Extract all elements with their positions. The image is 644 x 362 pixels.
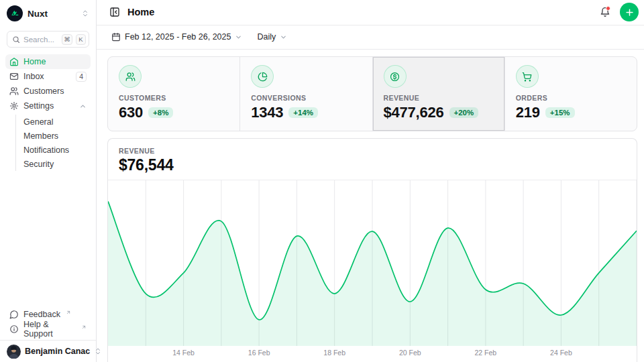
- stat-delta-badge: +14%: [288, 107, 318, 118]
- help-support-link[interactable]: Help & Support: [5, 322, 91, 337]
- sidebar-subitem-members[interactable]: Members: [23, 129, 91, 143]
- period-select[interactable]: Daily: [253, 29, 291, 44]
- chevron-down-icon: [235, 34, 242, 41]
- sidebar-item-inbox[interactable]: Inbox 4: [5, 69, 91, 84]
- external-link-icon: [66, 310, 71, 315]
- main-panel: Home Feb 12, 2025 - Feb 26, 2025 Daily: [97, 0, 644, 362]
- sidebar-item-home[interactable]: Home: [5, 54, 91, 69]
- stat-label: CONVERSIONS: [251, 94, 361, 102]
- filter-toolbar: Feb 12, 2025 - Feb 26, 2025 Daily: [97, 25, 644, 50]
- shopping-cart-icon: [516, 65, 539, 88]
- sidebar-subitem-security[interactable]: Security: [23, 157, 91, 171]
- sidebar-item-customers[interactable]: Customers: [5, 84, 91, 99]
- message-circle-icon: [9, 310, 19, 319]
- chevron-down-icon: [280, 34, 287, 41]
- revenue-chart-card: REVENUE $76,544 14 Feb16 Feb18 Feb20 Feb…: [107, 138, 637, 362]
- plus-icon: [625, 7, 635, 17]
- inbox-count-badge: 4: [76, 72, 87, 82]
- search-icon: [12, 36, 20, 44]
- chart-value: $76,544: [119, 156, 626, 174]
- sidebar-item-label: Customers: [23, 86, 87, 96]
- sidebar-footer: Feedback Help & Support: [0, 307, 96, 340]
- nuxt-logo-icon: [7, 5, 23, 21]
- chevron-up-down-icon: [81, 9, 89, 17]
- stat-card-customers[interactable]: CUSTOMERS 630 +8%: [108, 57, 239, 131]
- stat-value: 630: [119, 104, 143, 121]
- help-support-label: Help & Support: [23, 320, 76, 339]
- chevron-up-icon: [79, 103, 87, 110]
- feedback-label: Feedback: [23, 310, 60, 319]
- chart-canvas: [108, 180, 637, 346]
- x-tick-label: 20 Feb: [399, 349, 421, 357]
- stat-delta-badge: +15%: [545, 107, 575, 118]
- search-field[interactable]: [23, 36, 58, 44]
- home-icon: [9, 57, 19, 66]
- avatar: [7, 345, 21, 359]
- x-tick-label: 16 Feb: [248, 349, 270, 357]
- topbar: Home: [97, 0, 644, 25]
- app-window: Nuxt ⌘ K Home Inb: [0, 0, 644, 362]
- stat-delta-badge: +20%: [449, 107, 479, 118]
- users-icon: [9, 86, 19, 96]
- revenue-area-chart[interactable]: [108, 180, 637, 346]
- inbox-icon: [9, 72, 19, 81]
- period-label: Daily: [257, 32, 276, 42]
- stat-value: 219: [516, 104, 540, 121]
- stats-panel: CUSTOMERS 630 +8% CONVERSIONS 1343 +14%: [107, 56, 637, 131]
- x-tick-label: 14 Feb: [172, 349, 195, 357]
- stat-card-revenue[interactable]: REVENUE $477,626 +20%: [373, 57, 504, 131]
- x-tick-label: 22 Feb: [474, 349, 496, 357]
- x-tick-label: 24 Feb: [550, 349, 572, 357]
- sidebar-subitem-general[interactable]: General: [23, 115, 91, 129]
- kbd-meta: ⌘: [62, 34, 72, 45]
- settings-submenu: General Members Notifications Security: [15, 115, 91, 171]
- panel-left-close-icon: [109, 7, 120, 17]
- stat-value: $477,626: [384, 104, 444, 121]
- workspace-name: Nuxt: [28, 9, 76, 19]
- user-name: Benjamin Canac: [25, 347, 90, 356]
- stat-label: REVENUE: [384, 94, 494, 102]
- sidebar-item-label: Inbox: [23, 72, 71, 81]
- gear-icon: [9, 101, 19, 111]
- workspace-switcher[interactable]: Nuxt: [0, 0, 96, 25]
- stat-value: 1343: [251, 104, 283, 121]
- sidebar-nav: Home Inbox 4 Customers Settings: [0, 54, 96, 307]
- chart-pie-icon: [251, 65, 274, 88]
- kbd-k: K: [76, 34, 86, 45]
- chart-header: REVENUE $76,544: [108, 139, 637, 180]
- page-title: Home: [127, 7, 590, 17]
- stat-card-conversions[interactable]: CONVERSIONS 1343 +14%: [240, 57, 372, 131]
- calendar-icon: [111, 32, 121, 42]
- sidebar-item-label: Settings: [23, 101, 74, 111]
- search-input[interactable]: ⌘ K: [7, 31, 89, 48]
- dashboard-content: CUSTOMERS 630 +8% CONVERSIONS 1343 +14%: [97, 50, 644, 362]
- x-tick-label: 18 Feb: [323, 349, 345, 357]
- user-menu[interactable]: Benjamin Canac: [0, 340, 96, 362]
- stat-card-orders[interactable]: ORDERS 219 +15%: [505, 57, 637, 131]
- sidebar-item-label: Home: [23, 57, 87, 66]
- chart-label: REVENUE: [119, 147, 626, 155]
- add-button[interactable]: [620, 3, 639, 21]
- stat-delta-badge: +8%: [148, 107, 173, 118]
- stat-label: CUSTOMERS: [119, 94, 229, 102]
- date-range-label: Feb 12, 2025 - Feb 26, 2025: [125, 32, 231, 42]
- sidebar-subitem-notifications[interactable]: Notifications: [23, 143, 91, 157]
- users-icon: [119, 65, 142, 88]
- external-link-icon: [81, 324, 87, 330]
- circle-dollar-icon: [384, 65, 407, 88]
- sidebar-item-settings[interactable]: Settings: [5, 99, 91, 113]
- stat-label: ORDERS: [516, 94, 626, 102]
- x-axis-ticks: 14 Feb16 Feb18 Feb20 Feb22 Feb24 Feb: [108, 346, 637, 360]
- date-range-picker[interactable]: Feb 12, 2025 - Feb 26, 2025: [107, 29, 246, 44]
- info-circle-icon: [9, 324, 19, 334]
- sidebar-collapse-button[interactable]: [107, 5, 122, 19]
- sidebar: Nuxt ⌘ K Home Inb: [0, 0, 97, 362]
- notifications-button[interactable]: [596, 3, 614, 21]
